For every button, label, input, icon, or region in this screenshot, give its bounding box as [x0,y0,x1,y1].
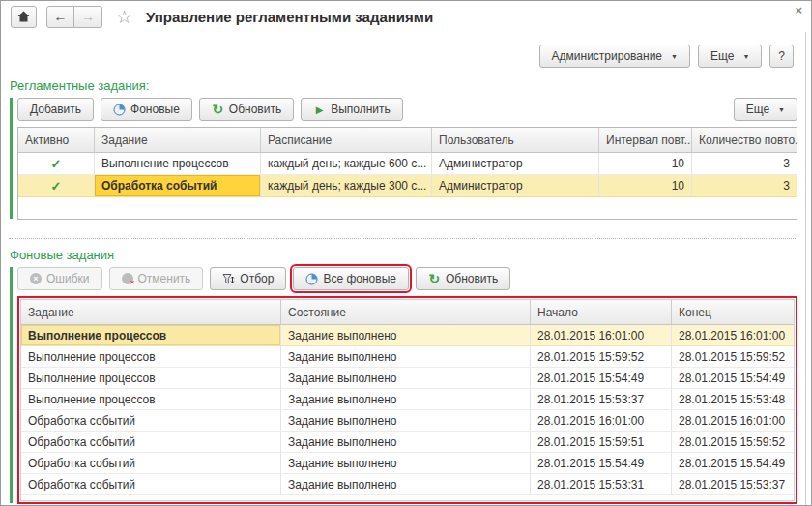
column-header[interactable]: Интервал повт... [598,128,691,152]
table-row[interactable]: Обработка событий Задание выполнено 28.0… [21,410,794,432]
all-background-button[interactable]: Все фоновые [293,267,409,290]
scheduled-jobs-section-title: Регламентные задания: [10,78,798,93]
background-jobs-label: Фоновые [130,103,180,116]
background-jobs-table: Задание Состояние Начало Конец Выполнени… [20,299,795,501]
column-header[interactable]: Расписание [260,128,431,152]
start-cell: 28.01.2015 15:53:37 [530,389,671,409]
clock-icon [305,273,318,285]
job-cell: Обработка событий [21,474,280,494]
chevron-down-icon: ▼ [671,53,678,60]
filter-funnel-icon [222,273,235,285]
start-cell: 28.01.2015 15:54:49 [530,368,671,388]
start-cell: 28.01.2015 16:01:00 [530,325,671,345]
chevron-down-icon: ▼ [778,106,785,113]
administration-menu-label: Администрирование [552,49,662,63]
background-jobs-table-header: Задание Состояние Начало Конец [21,300,794,325]
add-button[interactable]: Добавить [17,98,94,121]
section-divider [9,238,798,239]
run-button[interactable]: ▶ Выполнить [301,98,403,121]
end-cell: 28.01.2015 15:53:37 [671,474,794,494]
background-jobs-button[interactable]: Фоновые [101,98,192,121]
section-accent-bar [10,267,13,503]
page-title: Управление регламентными заданиями [146,9,433,25]
refresh-button[interactable]: ↻ Обновить [199,98,294,121]
scheduled-jobs-table-header: Активно Задание Расписание Пользователь … [18,128,797,153]
job-cell: Обработка событий [21,410,280,431]
end-cell: 28.01.2015 15:54:49 [671,368,794,388]
interval-cell: 10 [598,153,691,174]
administration-menu-button[interactable]: Администрирование ▼ [539,45,690,68]
background-jobs-section: × Ошибки × Отменить Отбор [9,266,798,504]
refresh-label: Обновить [229,103,281,116]
scheduled-more-button[interactable]: Еще ▼ [734,98,798,121]
cancel-circle-icon: × [122,273,133,284]
home-button[interactable] [11,6,37,28]
column-header[interactable]: Задание [94,128,260,152]
table-row[interactable]: Выполнение процессов Задание выполнено 2… [21,368,794,389]
section-accent-bar [10,98,13,219]
scheduled-jobs-toolbar: Добавить Фоновые ↻ Обновить ▶ Вып [17,98,798,121]
job-cell-selected: Выполнение процессов [21,325,280,345]
scheduled-more-label: Еще [746,103,769,116]
refresh-background-button[interactable]: ↻ Обновить [416,267,510,290]
help-label: ? [778,49,785,63]
filter-button[interactable]: Отбор [210,267,286,290]
forward-button[interactable]: → [74,6,102,28]
user-cell: Администратор [431,175,598,196]
favorite-star-icon[interactable]: ☆ [116,8,132,26]
table-row[interactable]: ✓ Выполнение процессов каждый день; кажд… [18,153,797,175]
table-row[interactable]: Выполнение процессов Задание выполнено 2… [21,346,794,368]
job-cell: Выполнение процессов [21,389,280,409]
column-header[interactable]: Начало [530,300,671,324]
column-header[interactable]: Активно [18,128,94,152]
back-button[interactable]: ← [46,6,74,28]
column-header[interactable]: Состояние [280,300,530,324]
red-annotation-box: Задание Состояние Начало Конец Выполнени… [17,296,798,504]
background-jobs-toolbar: × Ошибки × Отменить Отбор [17,267,798,290]
job-cell: Обработка событий [21,432,280,452]
errors-label: Ошибки [46,272,90,285]
scheduled-jobs-table: Активно Задание Расписание Пользователь … [17,127,798,220]
close-icon[interactable]: × [795,3,802,17]
column-header[interactable]: Количество повто... [691,128,797,152]
table-row-selected[interactable]: Выполнение процессов Задание выполнено 2… [21,325,794,346]
end-cell: 28.01.2015 15:54:49 [671,453,794,473]
end-cell: 28.01.2015 15:59:52 [671,432,794,452]
start-cell: 28.01.2015 16:01:00 [530,410,671,431]
column-header[interactable]: Конец [671,300,794,324]
help-button[interactable]: ? [769,45,794,68]
refresh-icon: ↻ [212,104,224,116]
cancel-label: Отменить [138,272,191,285]
column-header[interactable]: Задание [21,300,280,324]
end-cell: 28.01.2015 15:59:52 [671,346,794,367]
cancel-button[interactable]: × Отменить [109,267,204,290]
table-empty-area [21,495,794,500]
add-button-label: Добавить [30,103,81,116]
job-cell: Выполнение процессов [21,346,280,367]
form-content: Администрирование ▼ Еще ▼ ? Регламентные… [1,32,811,504]
state-cell: Задание выполнено [280,346,530,367]
table-row[interactable]: Обработка событий Задание выполнено 28.0… [21,474,794,495]
errors-button[interactable]: × Ошибки [17,267,102,290]
state-cell: Задание выполнено [280,389,530,409]
column-header[interactable]: Пользователь [431,128,598,152]
table-row-selected[interactable]: ✓ Обработка событий каждый день; каждые … [18,175,797,197]
form-more-button[interactable]: Еще ▼ [698,45,762,68]
state-cell: Задание выполнено [280,432,530,452]
table-row[interactable]: Обработка событий Задание выполнено 28.0… [21,432,794,453]
start-cell: 28.01.2015 15:59:52 [530,346,671,367]
state-cell: Задание выполнено [280,368,530,388]
refresh-icon: ↻ [428,273,441,285]
end-cell: 28.01.2015 16:01:00 [671,410,794,431]
history-nav-group: ← → [46,6,102,28]
state-cell: Задание выполнено [280,453,530,473]
state-cell: Задание выполнено [280,474,530,494]
table-row[interactable]: Выполнение процессов Задание выполнено 2… [21,389,794,410]
job-cell: Обработка событий [21,453,280,473]
interval-cell: 10 [598,175,691,196]
start-cell: 28.01.2015 15:53:31 [530,474,671,494]
run-label: Выполнить [331,103,391,116]
table-row[interactable]: Обработка событий Задание выполнено 28.0… [21,453,794,474]
table-empty-area [18,197,797,219]
end-cell: 28.01.2015 16:01:00 [671,325,794,345]
